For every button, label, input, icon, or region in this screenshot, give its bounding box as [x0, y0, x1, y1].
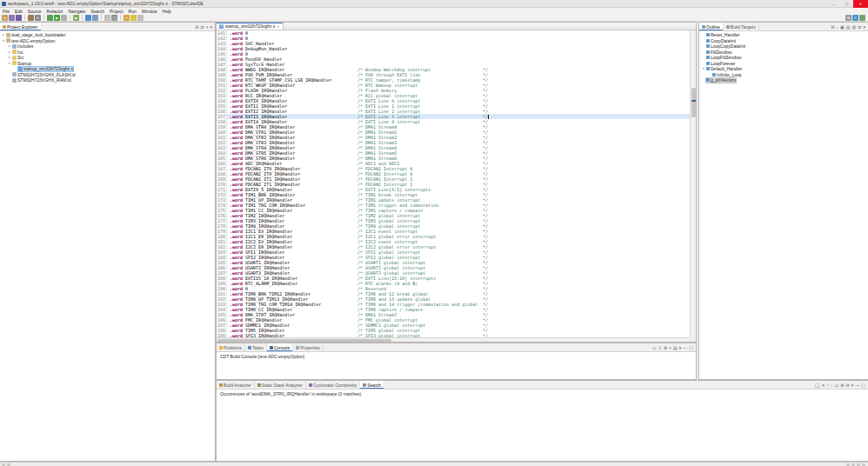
minimize-button[interactable]: — — [827, 0, 840, 8]
minimize-view-icon[interactable]: — — [854, 381, 860, 389]
editor-tab-bar: S startup_stm32h723vghx.s ✕ — [217, 23, 696, 30]
label-symbol-icon — [706, 50, 710, 54]
asm-file-icon: S — [219, 24, 224, 29]
debug-icon[interactable] — [47, 15, 53, 21]
code-area[interactable]: 141.word 0142.word 0143.word SVC_Handler… — [217, 30, 690, 337]
new-file-icon[interactable]: + — [104, 15, 110, 21]
vertical-scrollbar-thumb[interactable] — [691, 88, 696, 117]
profile-icon[interactable] — [61, 15, 67, 21]
problems-view-icon — [219, 346, 223, 350]
project-explorer-panel: Project Explorer ⊟⇄⌖▾ ▸dual_stage_lock_b… — [0, 22, 216, 462]
cpp-perspective-icon[interactable]: C — [852, 15, 858, 21]
run-search-again-icon[interactable]: ◯ — [814, 381, 821, 389]
menu-help[interactable]: Help — [160, 9, 174, 14]
label-symbol-icon — [706, 67, 710, 70]
forward-icon[interactable]: → — [137, 15, 144, 21]
menu-navigate[interactable]: Navigate — [65, 9, 88, 14]
maximize-view-icon[interactable]: ▢ — [860, 381, 866, 389]
menu-bar: FileEditSourceRefactorNavigateSearchProj… — [0, 8, 868, 14]
tree-item-stm32h723vghx-ram-ld[interactable]: STM32H723VGHX_RAM.ld — [0, 77, 215, 83]
project-explorer-view-icon — [3, 25, 6, 29]
menu-file[interactable]: File — [0, 9, 12, 14]
menu-source[interactable]: Source — [25, 9, 44, 14]
analyzer-panel: Build AnalyzerStatic Stack AnalyzerCyclo… — [216, 380, 868, 462]
close-button[interactable]: ✕ — [853, 0, 868, 8]
maximize-view-icon[interactable]: ▢ — [688, 343, 694, 352]
last-edit-location-icon[interactable]: ↩ — [124, 15, 130, 21]
notifications-icon[interactable] — [862, 463, 865, 466]
menu-window[interactable]: Window — [139, 9, 160, 14]
maximize-button[interactable]: ▢ — [840, 0, 853, 8]
menu-refactor[interactable]: Refactor — [44, 9, 66, 14]
build-all-icon[interactable]: ▾ — [35, 15, 41, 21]
tab-outline[interactable]: Outline — [699, 23, 724, 30]
console-output[interactable]: CDT Build Console [test-ADC-emptyOption] — [217, 352, 696, 379]
tab-project-explorer[interactable]: Project Explorer — [0, 23, 42, 30]
sfr-view-icon[interactable] — [92, 15, 98, 21]
hide-non-public-members-icon[interactable]: ▥ — [851, 23, 858, 31]
remove-matches-icon[interactable]: ▭ — [834, 381, 840, 389]
tab-label: Properties — [300, 345, 320, 350]
toolbar-separator — [82, 15, 83, 20]
project-icon — [6, 33, 10, 37]
outline-list: Reset_HandlerCopyDataInitLoopCopyDataIni… — [699, 31, 868, 379]
overview-ruler-cursor-marker[interactable] — [691, 100, 696, 102]
menu-edit[interactable]: Edit — [12, 9, 25, 14]
back-icon[interactable]: ← — [130, 15, 137, 21]
background-jobs-icon[interactable] — [857, 463, 860, 466]
progress-icon[interactable] — [851, 463, 855, 466]
editor-tab[interactable]: S startup_stm32h723vghx.s ✕ — [217, 23, 284, 30]
save-all-icon[interactable] — [16, 15, 22, 21]
tab-build-targets[interactable]: Build Targets — [724, 23, 759, 30]
heap-status-icon[interactable] — [846, 463, 850, 466]
build-icon[interactable] — [28, 15, 34, 21]
run-icon[interactable]: ▶ — [54, 15, 60, 21]
clear-console-icon[interactable]: ▭ — [651, 343, 658, 352]
search-icon[interactable]: ◯ — [111, 15, 117, 21]
external-tools-icon[interactable]: ▶ — [73, 15, 79, 21]
tab-cyclomatic-complexity[interactable]: Cyclomatic Complexity — [306, 381, 361, 389]
tree-item-label: test-ADC-emptyOption — [11, 38, 55, 43]
view-menu-icon[interactable]: ▾ — [209, 23, 213, 31]
tab-problems[interactable]: Problems — [217, 343, 245, 351]
smart-insert-icon[interactable] — [7, 463, 10, 466]
outline-item-body: g_pfnVectors — [705, 77, 737, 83]
tab-search[interactable]: Search — [360, 381, 384, 389]
folder-icon — [12, 50, 17, 54]
build-analyzer-view-icon — [219, 383, 223, 387]
new-wizard-icon[interactable]: ▾ — [2, 15, 8, 21]
debug-perspective-icon[interactable] — [859, 15, 865, 21]
tab-label: Search — [367, 383, 381, 388]
hide-fields-icon[interactable]: ▣ — [839, 23, 845, 31]
open-perspective-icon[interactable]: ⊞ — [845, 15, 851, 21]
save-icon[interactable] — [9, 15, 15, 21]
search-results[interactable]: Occurrences of 'wordDMA_STR0_IRQHandler'… — [217, 389, 868, 461]
device-configuration-tool-icon[interactable] — [85, 15, 91, 21]
horizontal-scrollbar-thumb[interactable] — [217, 339, 391, 342]
build-targets-view-icon — [726, 25, 730, 29]
outline-item-label: LoopCopyDataInit — [711, 43, 745, 49]
tab-console[interactable]: Console — [267, 343, 293, 351]
tab-close-icon[interactable]: ✕ — [277, 24, 279, 29]
editor-vertical-scrollbar[interactable] — [690, 30, 696, 337]
view-menu-icon[interactable]: ▾ — [862, 23, 866, 31]
tab-label: Cyclomatic Complexity — [313, 383, 357, 388]
tab-properties[interactable]: Properties — [293, 343, 324, 351]
menu-search[interactable]: Search — [88, 9, 107, 14]
minimize-view-icon[interactable]: — — [682, 343, 688, 352]
editor-status-icon[interactable] — [2, 463, 5, 466]
menu-project[interactable]: Project — [107, 9, 126, 14]
status-bar-right — [846, 463, 868, 466]
display-selected-console-icon[interactable]: ▤ — [672, 343, 678, 352]
hide-static-members-icon[interactable]: ▤ — [845, 23, 851, 31]
tree-item-body: STM32H723VGHX_RAM.ld — [11, 77, 71, 83]
tab-label: Build Analyzer — [224, 383, 251, 388]
tab-build-analyzer[interactable]: Build Analyzer — [217, 381, 255, 389]
menu-run[interactable]: Run — [126, 9, 139, 14]
toolbar-separator — [43, 15, 44, 20]
tab-static-stack-analyzer[interactable]: Static Stack Analyzer — [255, 381, 306, 389]
tab-tasks[interactable]: Tasks — [245, 343, 267, 351]
outline-item-g-pfnvectors[interactable]: g_pfnVectors — [699, 77, 868, 83]
main-toolbar: ▾▾▶▶+◯↩←→ ⊞C — [0, 14, 868, 22]
editor-horizontal-scrollbar[interactable] — [217, 337, 690, 342]
